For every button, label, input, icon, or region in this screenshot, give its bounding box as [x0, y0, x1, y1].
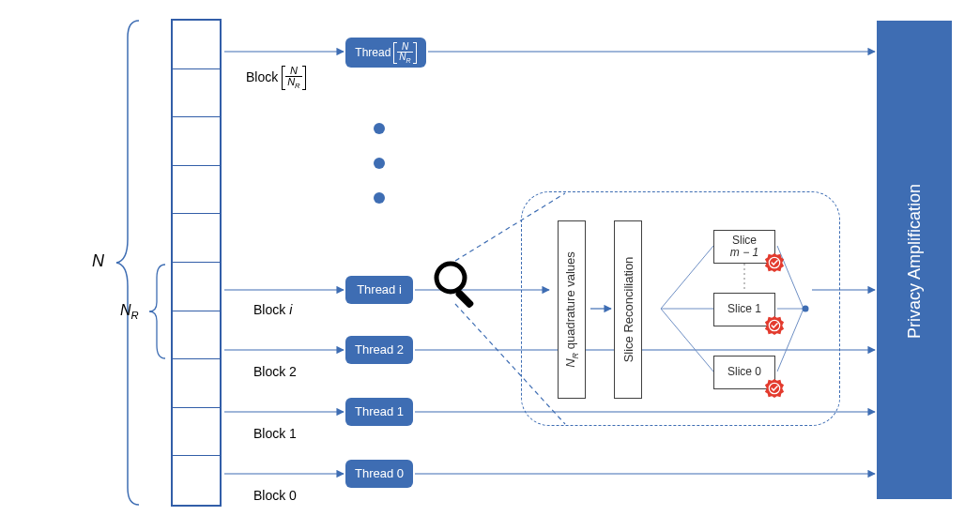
- svg-rect-23: [454, 289, 474, 309]
- brace-n: [116, 21, 139, 505]
- svg-point-28: [768, 319, 781, 332]
- thread-0: Thread 0: [345, 460, 413, 488]
- quadrature-values-box: NR quadrature values: [558, 220, 586, 399]
- magnifier-icon: [432, 259, 484, 314]
- label-nr: NR: [120, 302, 139, 321]
- ellipsis-dot: [374, 158, 385, 169]
- svg-point-31: [768, 382, 781, 395]
- ellipsis-dot: [374, 123, 385, 134]
- svg-point-25: [768, 256, 781, 269]
- check-seal-icon: [764, 315, 785, 336]
- thread-i: Thread i: [345, 276, 413, 304]
- slice-reconciliation-box: Slice Reconciliation: [614, 220, 642, 399]
- thread-top: Thread NNR: [345, 38, 426, 68]
- svg-point-22: [436, 264, 465, 292]
- thread-2: Thread 2: [345, 336, 413, 364]
- block-label-0: Block 0: [253, 488, 297, 503]
- block-label-top: Block NNR: [246, 66, 306, 90]
- diagram-canvas: { "labels": { "N": "N", "NR": "N_R", "bl…: [0, 0, 980, 531]
- block-label-i: Block i: [253, 302, 292, 317]
- block-label-2: Block 2: [253, 364, 297, 379]
- check-seal-icon: [764, 252, 785, 273]
- check-seal-icon: [764, 378, 785, 399]
- block-array: [171, 19, 222, 507]
- thread-1: Thread 1: [345, 398, 413, 426]
- label-n: N: [92, 251, 104, 271]
- brace-nr: [149, 265, 165, 358]
- block-label-1: Block 1: [253, 426, 297, 441]
- privacy-amplification-block: Privacy Amplification: [877, 21, 952, 499]
- ellipsis-dot: [374, 192, 385, 204]
- thread-detail-bubble: NR quadrature values Slice Reconciliatio…: [521, 191, 840, 426]
